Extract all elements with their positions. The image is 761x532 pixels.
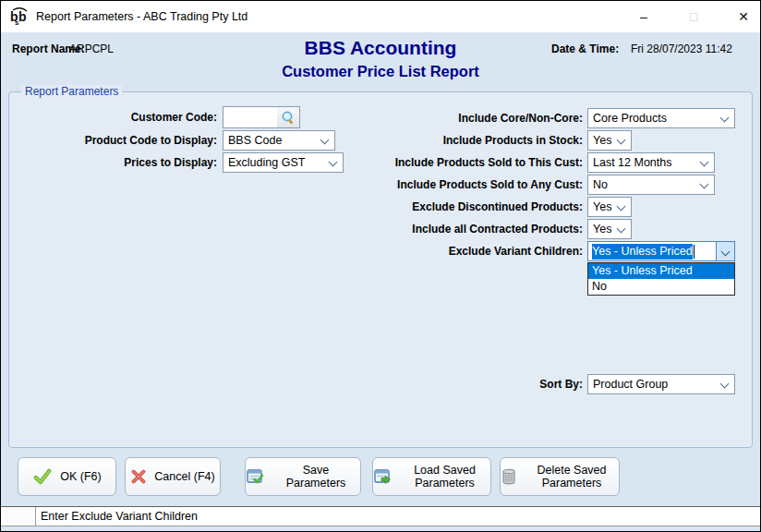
datetime-value: Fri 28/07/2023 11:42 — [631, 42, 732, 55]
svg-text:b: b — [18, 9, 27, 24]
chevron-down-icon — [617, 224, 626, 234]
dropdown-option[interactable]: No — [588, 279, 734, 295]
cancel-x-icon — [130, 468, 147, 485]
minimize-button[interactable]: – — [634, 1, 653, 32]
trash-icon — [501, 467, 517, 486]
discontinued-label: Exclude Discontinued Products: — [306, 197, 583, 217]
close-button[interactable]: ✕ — [734, 1, 753, 32]
prices-label: Prices to Display: — [19, 152, 217, 173]
contracted-label: Include all Contracted Products: — [306, 219, 583, 239]
status-message: Enter Exclude Variant Children — [36, 507, 198, 526]
variant-children-label: Exclude Variant Children: — [306, 241, 583, 261]
product-code-label: Product Code to Display: — [19, 130, 217, 151]
status-bar-cell — [1, 507, 36, 526]
maximize-button: □ — [684, 1, 703, 32]
text-caret — [694, 245, 695, 259]
window-title: Report Parameters - ABC Trading Pty Ltd — [36, 10, 248, 23]
chevron-down-icon — [700, 158, 709, 167]
report-parameters-window: b b s Report Parameters - ABC Trading Pt… — [0, 0, 761, 532]
status-bar: Enter Exclude Variant Children — [1, 506, 760, 526]
sort-by-label: Sort By: — [306, 374, 583, 394]
chevron-down-icon — [721, 248, 731, 257]
ok-button[interactable]: OK (F6) — [18, 457, 116, 496]
page-title: Customer Price List Report — [1, 63, 760, 80]
sold-this-cust-select[interactable]: Last 12 Months — [587, 152, 715, 173]
load-saved-parameters-button[interactable]: Load Saved Parameters — [372, 457, 491, 496]
load-icon — [373, 467, 392, 486]
variant-children-select[interactable]: Yes - Unless Priced — [587, 241, 735, 261]
delete-saved-parameters-button[interactable]: Delete Saved Parameters — [500, 457, 620, 496]
save-icon — [246, 467, 264, 486]
app-logo-icon: b b s — [9, 7, 30, 26]
check-icon — [32, 466, 53, 487]
chevron-down-icon — [700, 180, 709, 189]
svg-text:s: s — [15, 18, 19, 26]
save-parameters-button[interactable]: Save Parameters — [245, 457, 361, 496]
title-bar: b b s Report Parameters - ABC Trading Pt… — [1, 1, 760, 32]
search-icon — [281, 110, 296, 125]
group-label: Report Parameters — [21, 85, 122, 98]
customer-code-input[interactable] — [223, 106, 300, 128]
customer-code-label: Customer Code: — [19, 107, 217, 127]
chevron-down-icon — [617, 136, 626, 145]
variant-children-dropdown-list: Yes - Unless Priced No — [587, 262, 735, 296]
sold-any-cust-label: Include Products Sold to Any Cust: — [306, 175, 583, 195]
cancel-button[interactable]: Cancel (F4) — [125, 457, 221, 496]
core-select[interactable]: Core Products — [587, 108, 735, 128]
selected-text: Yes - Unless Priced — [592, 244, 693, 260]
dropdown-option[interactable]: Yes - Unless Priced — [588, 263, 734, 279]
customer-lookup-button[interactable] — [277, 107, 299, 127]
chevron-down-icon — [720, 380, 730, 389]
sold-this-cust-label: Include Products Sold to This Cust: — [306, 152, 583, 173]
sold-any-cust-select[interactable]: No — [587, 175, 715, 195]
in-stock-label: Include Products in Stock: — [306, 130, 583, 151]
datetime-label: Date & Time: — [551, 42, 619, 55]
chevron-down-icon — [720, 114, 730, 123]
chevron-down-icon — [617, 202, 626, 212]
core-label: Include Core/Non-Core: — [306, 108, 583, 128]
contracted-select[interactable]: Yes — [587, 219, 632, 239]
sort-by-select[interactable]: Product Group — [587, 374, 735, 394]
discontinued-select[interactable]: Yes — [587, 197, 632, 217]
combo-arrow-button[interactable] — [716, 242, 734, 260]
in-stock-select[interactable]: Yes — [587, 130, 632, 151]
